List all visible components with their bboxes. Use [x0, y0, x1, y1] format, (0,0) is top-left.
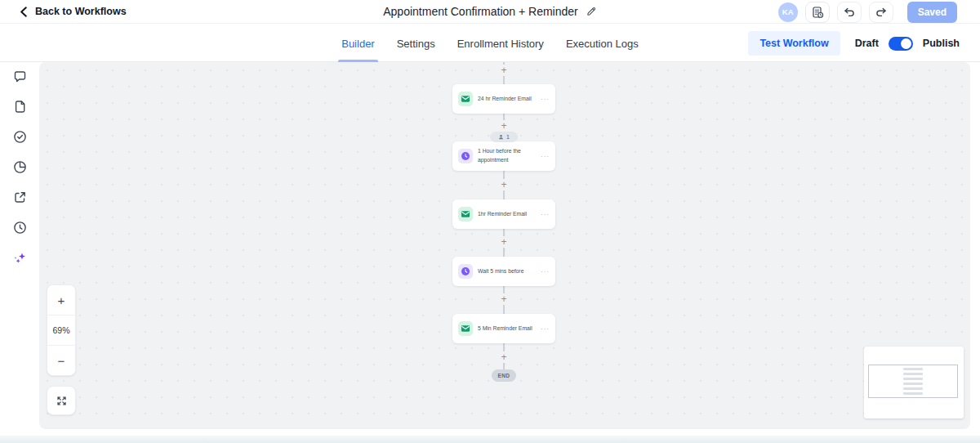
workflow-node-5-min-reminder-email[interactable]: 5 Min Reminder Email ···: [452, 314, 555, 343]
top-header: Back to Workflows Appointment Confirmati…: [0, 0, 980, 24]
workflow-node-wait-1-hour-before[interactable]: 1 Hour before the appointment ···: [452, 141, 555, 171]
avatar: KA: [778, 2, 798, 22]
zoom-out-button[interactable]: −: [47, 346, 75, 375]
tab-execution-logs[interactable]: Execution Logs: [566, 25, 639, 62]
back-chevron-icon: [18, 6, 29, 18]
badge-count: 1: [506, 134, 510, 140]
minimap-node-bar: [903, 383, 923, 386]
tab-builder[interactable]: Builder: [341, 25, 374, 62]
node-title: Wait 5 mins before: [478, 267, 523, 276]
back-label: Back to Workflows: [35, 6, 127, 17]
tab-settings[interactable]: Settings: [397, 25, 435, 62]
versions-button[interactable]: [805, 2, 830, 23]
workflow-canvas[interactable]: + + + + + + 24 hr Reminder Email ··· 1: [39, 62, 970, 429]
workflow-title: Appointment Confirmation + Reminder: [383, 5, 578, 18]
enrolled-contacts-badge: 1: [490, 132, 518, 142]
add-step-button[interactable]: +: [498, 179, 510, 190]
stats-pie-icon: [13, 160, 27, 174]
minimap-node-bar: [903, 368, 923, 371]
fit-view-button[interactable]: [47, 386, 76, 415]
document-icon: [13, 100, 27, 114]
main-area: + + + + + + 24 hr Reminder Email ··· 1: [0, 62, 980, 429]
add-step-button[interactable]: +: [498, 65, 510, 76]
node-title: 5 Min Reminder Email: [478, 324, 532, 333]
workflow-node-24hr-reminder-email[interactable]: 24 hr Reminder Email ···: [452, 84, 555, 114]
saved-button[interactable]: Saved: [907, 2, 957, 23]
sidebar-item-stats[interactable]: [13, 160, 27, 174]
sidebar-item-goals[interactable]: [13, 130, 27, 144]
undo-button[interactable]: [837, 2, 862, 23]
sidebar-item-external-link[interactable]: [13, 190, 27, 204]
minimap-viewport[interactable]: [868, 365, 958, 398]
email-icon: [458, 321, 473, 336]
zoom-in-button[interactable]: +: [47, 285, 75, 315]
minimap-node-bar: [903, 373, 923, 376]
node-title: 1 Hour before the appointment: [478, 147, 536, 164]
tab-bar: Builder Settings Enrollment History Exec…: [0, 25, 980, 62]
add-step-button[interactable]: +: [498, 120, 510, 132]
ai-sparkles-icon: [13, 251, 27, 265]
edit-title-icon[interactable]: [586, 6, 597, 17]
check-circle-icon: [13, 130, 27, 144]
header-actions: KA Saved: [778, 2, 957, 22]
toggle-knob: [901, 38, 911, 49]
node-menu-icon[interactable]: ···: [541, 325, 550, 333]
email-icon: [458, 207, 473, 222]
wait-clock-icon: [458, 264, 473, 279]
wait-clock-icon: [458, 149, 473, 163]
add-step-button[interactable]: +: [498, 236, 510, 248]
person-icon: [498, 134, 504, 140]
redo-icon: [875, 6, 888, 19]
minimap-node-bar: [903, 378, 923, 381]
expand-icon: [56, 395, 68, 407]
workflow-node-wait-5-mins-before[interactable]: Wait 5 mins before ···: [452, 257, 555, 286]
sidebar-item-ai-assistant[interactable]: [13, 251, 27, 265]
external-link-icon: [13, 190, 27, 204]
minimap-node-bar: [903, 392, 923, 396]
workflow-end-marker: END: [492, 369, 516, 382]
node-menu-icon[interactable]: ···: [541, 153, 550, 160]
publish-toggle[interactable]: [889, 37, 913, 51]
left-toolbar: [0, 62, 39, 429]
add-step-button[interactable]: +: [498, 293, 510, 305]
minimap-node-bar: [903, 387, 923, 391]
workflow-state-controls: Test Workflow Draft Publish: [748, 25, 960, 62]
email-icon: [458, 92, 473, 106]
bottom-strip: [0, 436, 980, 443]
node-title: 1hr Reminder Email: [478, 210, 527, 219]
node-menu-icon[interactable]: ···: [541, 268, 550, 275]
publish-label: Publish: [923, 38, 960, 49]
sidebar-item-comments[interactable]: [13, 69, 27, 83]
node-menu-icon[interactable]: ···: [541, 96, 550, 103]
zoom-controls: + 69% −: [47, 284, 76, 376]
comments-icon: [13, 69, 27, 83]
tab-enrollment-history[interactable]: Enrollment History: [457, 25, 544, 62]
sidebar-item-documents[interactable]: [13, 100, 27, 114]
minimap[interactable]: [864, 347, 964, 418]
undo-icon: [843, 6, 856, 19]
history-icon: [13, 221, 27, 235]
node-title: 24 hr Reminder Email: [478, 95, 532, 104]
draft-label: Draft: [855, 38, 879, 49]
document-history-icon: [811, 6, 824, 19]
sidebar-item-history[interactable]: [13, 221, 27, 235]
test-workflow-button[interactable]: Test Workflow: [748, 31, 840, 56]
add-step-button[interactable]: +: [498, 351, 510, 363]
redo-button[interactable]: [869, 2, 893, 23]
back-to-workflows-button[interactable]: Back to Workflows: [18, 0, 127, 23]
workflow-node-1hr-reminder-email[interactable]: 1hr Reminder Email ···: [452, 199, 555, 229]
node-menu-icon[interactable]: ···: [541, 211, 550, 218]
zoom-level: 69%: [47, 315, 75, 346]
workflow-builder-app: Back to Workflows Appointment Confirmati…: [0, 0, 980, 443]
